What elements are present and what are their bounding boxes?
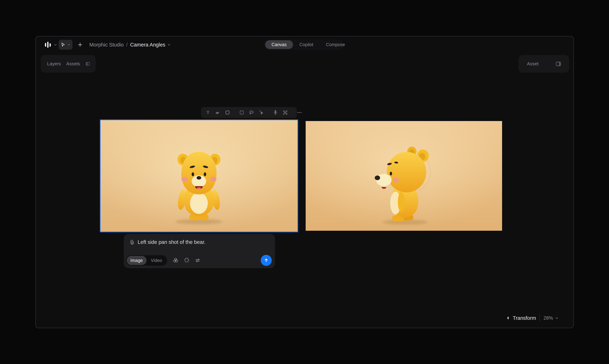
transform-button[interactable]: Transform: [506, 315, 536, 321]
app-root: { "window": { "background": "#080808", "…: [0, 0, 609, 364]
app-frame: Morphic Studio / Camera Angles Canvas Co…: [35, 36, 574, 328]
mode-toggle: Image Video: [126, 255, 167, 266]
tab-compose-label: Compose: [326, 42, 345, 47]
ellipsis-icon: [297, 110, 302, 115]
panel-right-icon[interactable]: [555, 61, 561, 67]
tab-compose[interactable]: Compose: [320, 40, 352, 49]
tab-canvas[interactable]: Canvas: [265, 40, 293, 49]
bear-front-illustration: [101, 120, 298, 232]
prompt-input-row: Left side pan shot of the bear.: [129, 239, 205, 245]
breadcrumb-separator: /: [126, 42, 127, 48]
breadcrumb: Morphic Studio / Camera Angles: [89, 40, 171, 50]
person-pose-icon: [273, 110, 278, 115]
model-picker-button[interactable]: [173, 257, 179, 263]
more-tools-button[interactable]: [297, 109, 302, 116]
left-panel-header: Layers Assets: [41, 55, 96, 73]
transform-label: Transform: [513, 315, 536, 321]
status-divider: [540, 314, 540, 322]
paperclip-icon[interactable]: [129, 240, 135, 245]
svg-text:T: T: [207, 110, 209, 115]
panel-tab-assets[interactable]: Assets: [66, 61, 80, 66]
mode-video-label: Video: [151, 258, 162, 263]
panel-tab-layers[interactable]: Layers: [47, 61, 61, 66]
breadcrumb-project[interactable]: Morphic Studio: [89, 42, 124, 48]
lightning-icon: [506, 316, 511, 320]
mode-image[interactable]: Image: [127, 256, 147, 265]
canvas-toolbar: T: [201, 107, 297, 118]
chevron-down-icon: [167, 43, 171, 47]
lasso-icon: [249, 110, 254, 115]
bear-side-illustration: [306, 121, 502, 231]
text-tool-icon: T: [205, 110, 211, 115]
cursor-icon: [60, 42, 66, 47]
tab-copilot-label: Copilot: [299, 42, 313, 47]
status-bar: Transform 28%: [506, 312, 559, 324]
add-button[interactable]: [75, 40, 85, 50]
ai-cursor-icon: [258, 110, 264, 115]
shape-tool[interactable]: [225, 109, 230, 116]
app-logo-menu-button[interactable]: [42, 39, 59, 50]
lasso-tool[interactable]: [249, 109, 254, 116]
pose-tool[interactable]: [273, 109, 278, 116]
canvas-image-bear-front[interactable]: [101, 120, 298, 232]
prompt-input[interactable]: Left side pan shot of the bear.: [138, 239, 205, 245]
right-panel-header: Asset: [518, 55, 569, 73]
focus-frame-icon: [283, 110, 288, 115]
chevron-down-icon: [67, 43, 71, 47]
chevron-down-icon: [555, 316, 559, 320]
prompt-bar: Left side pan shot of the bear. Image Vi…: [124, 234, 275, 268]
mode-video[interactable]: Video: [147, 256, 166, 265]
rectangle-shape-icon: [225, 110, 230, 115]
character-button[interactable]: [183, 257, 190, 263]
tab-canvas-label: Canvas: [271, 42, 287, 47]
draw-squiggle-icon: [215, 110, 220, 115]
ai-select-tool[interactable]: [258, 109, 264, 116]
breadcrumb-current[interactable]: Camera Angles: [130, 42, 171, 48]
send-button[interactable]: [261, 255, 272, 266]
mode-image-label: Image: [130, 258, 143, 263]
waveform-logo-icon: [44, 40, 52, 49]
generation-settings-button[interactable]: [194, 257, 201, 263]
canvas-image-bear-side[interactable]: [306, 121, 502, 231]
zoom-value: 28%: [543, 315, 553, 321]
draw-tool[interactable]: [215, 109, 220, 116]
prompt-controls-row: Image Video: [126, 255, 272, 266]
panel-tab-asset[interactable]: Asset: [527, 61, 539, 66]
breadcrumb-current-label: Camera Angles: [130, 42, 165, 48]
view-mode-tabs: Canvas Copilot Compose: [264, 39, 344, 50]
frame-tool[interactable]: [283, 109, 288, 116]
marquee-select-icon: [239, 110, 244, 115]
sliders-icon: [195, 257, 201, 263]
zoom-control[interactable]: 28%: [543, 315, 559, 321]
marquee-select-tool[interactable]: [239, 109, 244, 116]
plus-icon: [77, 42, 83, 48]
tab-copilot[interactable]: Copilot: [293, 40, 320, 49]
panel-left-icon[interactable]: [85, 61, 90, 67]
character-head-icon: [184, 257, 190, 263]
chevron-down-icon: [54, 43, 57, 47]
prompt-action-icons: [173, 257, 201, 263]
model-rings-icon: [173, 257, 179, 263]
arrow-up-icon: [263, 258, 269, 263]
text-tool[interactable]: T: [205, 109, 211, 116]
select-tool-button[interactable]: [59, 40, 72, 50]
